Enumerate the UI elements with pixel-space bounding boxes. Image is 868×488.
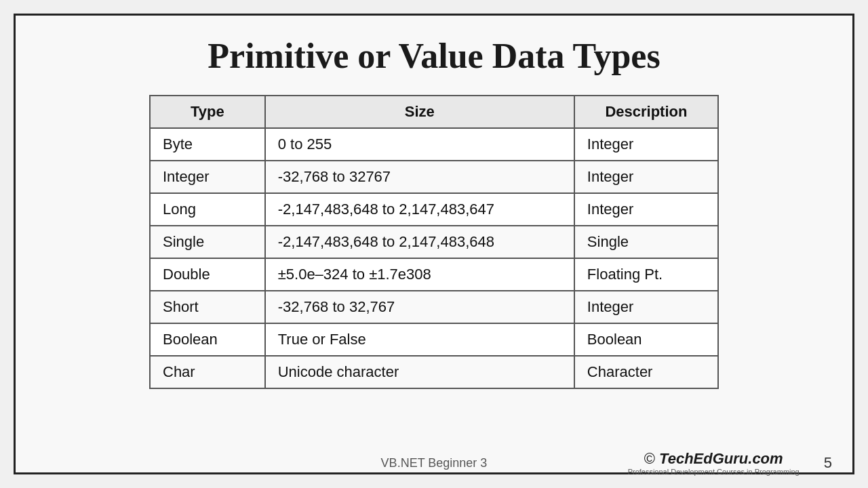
table-cell-0-1: 0 to 255 [265,128,574,161]
col-header-type: Type [150,96,265,128]
table-row: Byte0 to 255Integer [150,128,718,161]
table-cell-5-0: Short [150,291,265,323]
table-cell-2-1: -2,147,483,648 to 2,147,483,647 [265,193,574,226]
col-header-description: Description [574,96,718,128]
table-cell-4-2: Floating Pt. [574,258,718,291]
table-cell-0-0: Byte [150,128,265,161]
table-cell-2-2: Integer [574,193,718,226]
table-cell-6-0: Boolean [150,323,265,356]
table-row: Double±5.0e–324 to ±1.7e308Floating Pt. [150,258,718,291]
table-cell-3-2: Single [574,226,718,258]
table-cell-6-2: Boolean [574,323,718,356]
table-row: BooleanTrue or FalseBoolean [150,323,718,356]
table-cell-2-0: Long [150,193,265,226]
table-cell-4-0: Double [150,258,265,291]
brand-block: © TechEdGuru.com Professional Developmen… [628,450,800,476]
table-row: Long-2,147,483,648 to 2,147,483,647Integ… [150,193,718,226]
data-types-table: Type Size Description Byte0 to 255Intege… [149,95,719,389]
table-row: Short-32,768 to 32,767Integer [150,291,718,323]
brand-main: © TechEdGuru.com [644,450,783,468]
table-cell-0-2: Integer [574,128,718,161]
table-cell-7-1: Unicode character [265,356,574,388]
table-cell-4-1: ±5.0e–324 to ±1.7e308 [265,258,574,291]
slide: Primitive or Value Data Types Type Size … [14,14,854,474]
table-row: Single-2,147,483,648 to 2,147,483,648Sin… [150,226,718,258]
table-cell-3-0: Single [150,226,265,258]
footer-course-label: VB.NET Beginner 3 [381,456,488,470]
brand-name: TechEdGuru.com [659,450,783,467]
table-cell-1-2: Integer [574,161,718,193]
brand-tagline: Professional Development Courses in Prog… [628,468,800,476]
slide-number: 5 [824,454,832,472]
col-header-size: Size [265,96,574,128]
table-header-row: Type Size Description [150,96,718,128]
table-cell-7-0: Char [150,356,265,388]
table-cell-6-1: True or False [265,323,574,356]
table-cell-7-2: Character [574,356,718,388]
footer-brand-area: © TechEdGuru.com Professional Developmen… [628,450,832,476]
copyright-symbol: © [644,450,655,467]
table-cell-1-0: Integer [150,161,265,193]
table-cell-3-1: -2,147,483,648 to 2,147,483,648 [265,226,574,258]
table-row: Integer-32,768 to 32767Integer [150,161,718,193]
table-cell-5-1: -32,768 to 32,767 [265,291,574,323]
table-row: CharUnicode characterCharacter [150,356,718,388]
slide-title: Primitive or Value Data Types [208,36,660,76]
table-cell-1-1: -32,768 to 32767 [265,161,574,193]
table-cell-5-2: Integer [574,291,718,323]
